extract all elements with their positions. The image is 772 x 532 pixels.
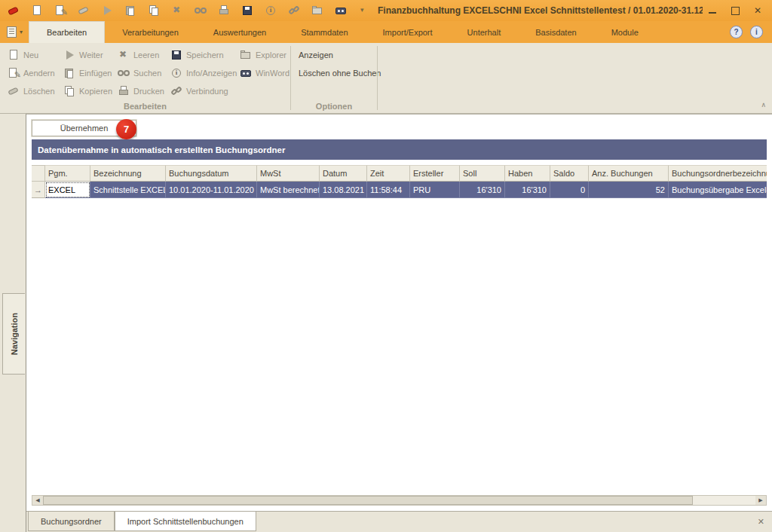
ribbon-button-anzeigen[interactable]: Anzeigen — [296, 46, 384, 64]
column-header-zeit[interactable]: Zeit — [367, 165, 410, 182]
scroll-left-icon[interactable]: ◀ — [32, 496, 43, 505]
column-header-bezeichnung[interactable]: Bezeichnung — [90, 165, 166, 182]
content-panel: Übernehmen 7 Datenübernahme in automatis… — [26, 114, 772, 511]
navigation-panel-tab[interactable]: Navigation — [2, 293, 25, 375]
menubar: ▾ Bearbeiten Verarbeitungen Auswertungen… — [0, 21, 772, 43]
cassette-icon[interactable] — [335, 5, 347, 17]
ribbon-button-info-anzeigen[interactable]: Info/Anzeigen — [167, 64, 240, 82]
folder-icon[interactable] — [311, 5, 323, 17]
tabstrip-close-icon[interactable]: ✕ — [758, 517, 764, 527]
about-info-icon[interactable]: i — [750, 26, 763, 38]
ribbon-button-loeschen[interactable]: Löschen — [5, 82, 58, 100]
ribbon-button-explorer[interactable]: Explorer — [237, 46, 293, 64]
column-header-mwst[interactable]: MwSt — [257, 165, 320, 182]
ribbon-button-label: Löschen — [23, 87, 55, 96]
column-header-saldo[interactable]: Saldo — [550, 165, 589, 182]
play-icon[interactable] — [101, 5, 113, 17]
copy-icon[interactable] — [148, 5, 160, 17]
edit-page-icon — [8, 67, 20, 79]
cell-soll[interactable]: 16'310 — [460, 182, 505, 198]
ribbon-button-label: Anzeigen — [299, 50, 333, 60]
column-header-datum[interactable]: Datum — [320, 165, 367, 182]
ribbon-button-suchen[interactable]: Suchen — [115, 64, 167, 82]
ribbon-button-einfuegen[interactable]: Einfügen — [60, 64, 115, 82]
menu-tab-stammdaten[interactable]: Stammdaten — [283, 21, 365, 43]
menu-tab-bearbeiten[interactable]: Bearbeiten — [29, 21, 105, 43]
ribbon-button-neu[interactable]: Neu — [5, 46, 58, 64]
ribbon-button-weiter[interactable]: Weiter — [60, 46, 115, 64]
menu-tab-verarbeitungen[interactable]: Verarbeitungen — [105, 21, 196, 43]
close-button[interactable]: ✕ — [748, 3, 767, 18]
cell-bezeichnung[interactable]: Schnittstelle EXCEL — [90, 182, 166, 198]
red-eraser-icon[interactable] — [8, 5, 20, 17]
horizontal-scrollbar[interactable]: ◀ ▶ — [32, 495, 767, 506]
ribbon-button-leeren[interactable]: Leeren — [115, 46, 167, 64]
table-row[interactable]: → EXCEL Schnittstelle EXCEL 10.01.2020-1… — [32, 182, 767, 198]
binoculars-icon[interactable] — [195, 5, 207, 17]
navigation-strip: Navigation — [0, 114, 26, 532]
link-icon[interactable] — [288, 5, 300, 17]
ribbon-button-kopieren[interactable]: Kopieren — [60, 82, 115, 100]
ribbon-button-verbindung[interactable]: Verbindung — [167, 82, 240, 100]
tab-buchungsordner[interactable]: Buchungsordner — [28, 512, 115, 531]
qat-dropdown-chevron-icon[interactable] — [358, 5, 370, 17]
clear-icon[interactable] — [171, 5, 183, 17]
cell-haben[interactable]: 16'310 — [505, 182, 550, 198]
cell-ersteller[interactable]: PRU — [410, 182, 460, 198]
column-header-buchungsordnerbezeichnung[interactable]: Buchungsordnerbezeichnung — [669, 165, 767, 182]
window-controls: ✕ — [703, 3, 767, 18]
scrollbar-thumb[interactable] — [43, 496, 693, 505]
scroll-right-icon[interactable]: ▶ — [755, 496, 766, 505]
cell-datum[interactable]: 13.08.2021 — [320, 182, 367, 198]
minimize-button[interactable] — [703, 3, 722, 18]
minimize-icon — [709, 12, 716, 14]
printer-icon[interactable] — [218, 5, 230, 17]
save-icon[interactable] — [241, 5, 253, 17]
cell-buchungsordnerbezeichnung[interactable]: Buchungsübergabe Excel-Imp — [669, 182, 767, 198]
column-header-haben[interactable]: Haben — [505, 165, 550, 182]
eraser-icon[interactable] — [78, 5, 90, 17]
cell-saldo[interactable]: 0 — [550, 182, 589, 198]
column-header-pgm[interactable]: Pgm. — [45, 165, 90, 182]
info-icon[interactable] — [265, 5, 277, 17]
ribbon-button-speichern[interactable]: Speichern — [167, 46, 240, 64]
column-header-buchungsdatum[interactable]: Buchungsdatum — [166, 165, 257, 182]
menu-tab-unterhalt[interactable]: Unterhalt — [450, 21, 519, 43]
titlebar: Finanzbuchhaltung EXCELSCHNI Excel Schni… — [0, 0, 772, 21]
app-menu-button[interactable]: ▾ — [0, 21, 29, 43]
ribbon-button-aendern[interactable]: Aendern — [5, 64, 58, 82]
cell-anz-buchungen[interactable]: 52 — [589, 182, 669, 198]
new-page-icon[interactable] — [31, 5, 43, 17]
edit-page-icon[interactable] — [54, 5, 66, 17]
column-header-ersteller[interactable]: Ersteller — [410, 165, 460, 182]
navigation-label: Navigation — [10, 313, 19, 355]
cell-pgm[interactable]: EXCEL — [45, 182, 90, 198]
ribbon-group-label-optionen: Optionen — [291, 102, 377, 111]
data-grid: Pgm. Bezeichnung Buchungsdatum MwSt Datu… — [32, 165, 767, 198]
maximize-icon — [731, 7, 740, 15]
ribbon-button-loeschen-ohne-buchen[interactable]: Löschen ohne Buchen — [296, 64, 384, 82]
maximize-button[interactable] — [725, 3, 745, 18]
cassette-icon — [240, 67, 252, 79]
copy-icon — [63, 85, 75, 97]
menu-tab-auswertungen[interactable]: Auswertungen — [196, 21, 283, 43]
ribbon-collapse-chevron-icon[interactable]: ∧ — [761, 101, 766, 109]
play-icon — [63, 49, 75, 61]
column-header-soll[interactable]: Soll — [460, 165, 505, 182]
paste-icon[interactable] — [124, 5, 136, 17]
cell-buchungsdatum[interactable]: 10.01.2020-11.01.2020 — [166, 182, 257, 198]
column-header-anz-buchungen[interactable]: Anz. Buchungen — [589, 165, 669, 182]
menu-tab-basisdaten[interactable]: Basisdaten — [518, 21, 593, 43]
ribbon-button-label: Einfügen — [79, 69, 112, 78]
cell-zeit[interactable]: 11:58:44 — [367, 182, 410, 198]
help-icon[interactable]: ? — [730, 26, 743, 38]
tab-import-schnittstellenbuchungen[interactable]: Import Schnittstellenbuchungen — [115, 512, 256, 531]
window-title: Finanzbuchhaltung EXCELSCHNI Excel Schni… — [378, 5, 703, 16]
cell-mwst[interactable]: MwSt berechnet — [257, 182, 320, 198]
row-selector-arrow: → — [32, 182, 45, 198]
menu-tab-import-export[interactable]: Import/Export — [366, 21, 450, 43]
ribbon-button-label: WinWord — [256, 69, 290, 78]
menu-tab-module[interactable]: Module — [594, 21, 656, 43]
ribbon-button-winword[interactable]: WinWord — [237, 64, 293, 82]
ribbon-button-drucken[interactable]: Drucken — [115, 82, 167, 100]
